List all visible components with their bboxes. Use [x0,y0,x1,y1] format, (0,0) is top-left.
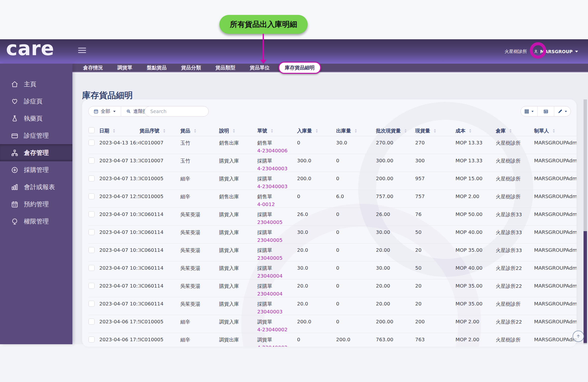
doc-number-link[interactable]: 23040005 [257,219,296,225]
tab-transfer-orders[interactable]: 調貨單 [110,64,140,71]
tab-stocktake-items[interactable]: 盤點貨品 [140,64,174,71]
row-checkbox[interactable] [89,265,95,271]
column-header-sku[interactable]: 貨品序號 [139,126,180,136]
date-filter-button[interactable]: 全部 [89,106,121,116]
doc-number-link[interactable]: 4-23040003 [257,166,296,171]
column-header-in_qty[interactable]: 入庫量 [297,126,336,136]
cell-desc: 購貨入庫 [219,279,257,297]
column-header-stock_qty[interactable]: 現貨量 [415,126,455,136]
cell-creator: MARSGROUPAdmin [534,333,577,347]
tab-bar: 倉存情況調貨單盤點貨品貨品分類貨品類型貨品單位庫存貨品細明 [0,64,588,73]
search-input[interactable] [145,106,208,116]
hamburger-menu-icon[interactable] [78,48,86,54]
doc-number-link[interactable]: 4-0012 [257,201,296,207]
sidebar-item-permission-management[interactable]: 權限管理 [0,213,72,230]
cell-out_qty: 0 [336,226,376,244]
row-checkbox[interactable] [89,175,95,181]
column-label: 貨品序號 [140,128,159,134]
cell-date: 2023-04-07 10:19 [99,208,139,226]
column-header-product[interactable]: 貨品 [180,126,219,136]
column-header-batch_qty[interactable]: 批次現貨量 [376,126,415,136]
doc-type: 採購單 [257,247,296,254]
cell-warehouse: 火星樹診所 [495,333,534,347]
doc-type: 採購單 [257,283,296,290]
tab-item-unit[interactable]: 貨品單位 [243,64,277,71]
sidebar-item-accounting-reports[interactable]: 會計或報表 [0,178,72,196]
cell-stock_qty: 50 [415,261,455,279]
cell-date: 2023-04-06 17:59 [99,315,139,333]
doc-number-link[interactable]: 4-23040002 [257,344,296,347]
doc-number-link[interactable]: 23040003 [257,309,296,315]
scrollbar-thumb[interactable] [584,231,587,343]
sidebar-item-appointment-management[interactable]: 預約管理 [0,196,72,213]
doc-number-link[interactable]: 23040004 [257,273,296,279]
tab-stock-item-detail[interactable]: 庫存貨品細明 [278,62,321,74]
cell-out_qty: 200.0 [336,333,376,347]
column-header-date[interactable]: 日期 [99,126,139,136]
cell-in_qty: 30.0 [297,261,336,279]
row-checkbox[interactable] [89,319,95,325]
cell-product: 玉竹 [180,154,219,172]
sidebar-item-label: 倉存管理 [24,149,49,157]
grid-view-button[interactable] [521,106,537,116]
doc-type: 調貨單 [257,337,296,343]
column-header-cost[interactable]: 成本 [455,126,495,136]
cell-cost: MOP 40.00 [455,261,495,279]
column-header-warehouse[interactable]: 倉庫 [495,126,534,136]
cell-creator: MARSGROUPAdmin [534,136,577,154]
cell-out_qty: 0 [336,244,376,261]
sidebar-item-label: 預約管理 [24,200,49,208]
row-checkbox[interactable] [89,283,95,289]
row-checkbox[interactable] [89,211,95,217]
sidebar-item-home[interactable]: 主頁 [0,76,72,93]
edit-button[interactable] [554,106,571,116]
select-all-checkbox[interactable] [89,127,95,133]
doc-number-link[interactable]: 4-23040006 [257,148,296,154]
table-row: 2023-04-06 17:59IC010005細辛調貨出庫調貨單4-23040… [88,333,577,347]
row-checkbox[interactable] [89,193,95,199]
column-header-creator[interactable]: 制單人 [534,126,577,136]
doc-number-link[interactable]: 23040005 [257,237,296,243]
row-checkbox[interactable] [89,301,95,307]
column-header-out_qty[interactable]: 出庫量 [336,126,376,136]
table-view-button[interactable] [537,106,554,116]
cell-out_qty: 0 [336,172,376,190]
cell-product: 玉竹 [180,136,219,154]
sidebar-item-dispensing[interactable]: 執藥頁 [0,110,72,127]
cell-batch_qty: 26.00 [376,208,415,226]
row-checkbox[interactable] [89,229,95,235]
column-header-doc[interactable]: 單號 [257,126,297,136]
sidebar-item-consultation[interactable]: 診症頁 [0,93,72,110]
scroll-to-top-button[interactable] [573,331,584,342]
sidebar-item-clinic-management[interactable]: 診症管理 [0,127,72,144]
chevron-down-icon [532,111,534,112]
sidebar-item-purchase-management[interactable]: 採購管理 [0,161,72,178]
tab-item-category[interactable]: 貨品分類 [174,64,208,71]
cell-cost: MOP 50.00 [455,208,495,226]
row-checkbox[interactable] [89,337,95,342]
search-icon [126,109,131,114]
table-row: 2023-04-13 16:42IC010007玉竹銷售出庫銷售單4-23040… [88,136,577,154]
cell-in_qty: 300.0 [297,154,336,172]
cell-warehouse: 火星診所33 [495,208,534,226]
doc-number-link[interactable]: 23040005 [257,255,296,261]
table-row: 2023-04-07 10:19IC060114吳茱萸湯購貨入庫採購單23040… [88,297,577,315]
cell-in_qty: 0 [297,333,336,347]
doc-number-link[interactable]: 23040004 [257,291,296,297]
row-checkbox[interactable] [89,158,95,164]
select-all-header [88,126,99,136]
doc-number-link[interactable]: 4-23040003 [257,183,296,189]
column-label: 單號 [257,128,267,134]
cell-date: 2023-04-07 13:18 [99,172,139,190]
column-label: 出庫量 [336,128,351,134]
doc-number-link[interactable]: 4-23040002 [257,327,296,333]
cell-batch_qty: 20.00 [376,244,415,261]
row-checkbox[interactable] [89,247,95,253]
sidebar-item-inventory-management[interactable]: 倉存管理 [0,144,72,161]
tab-stock-status[interactable]: 倉存情況 [76,64,110,71]
doc-type: 採購單 [257,229,296,236]
column-header-desc[interactable]: 說明 [219,126,257,136]
row-checkbox[interactable] [89,140,95,146]
tab-item-type[interactable]: 貨品類型 [208,64,243,71]
cell-cost: MOP 13.33 [455,154,495,172]
